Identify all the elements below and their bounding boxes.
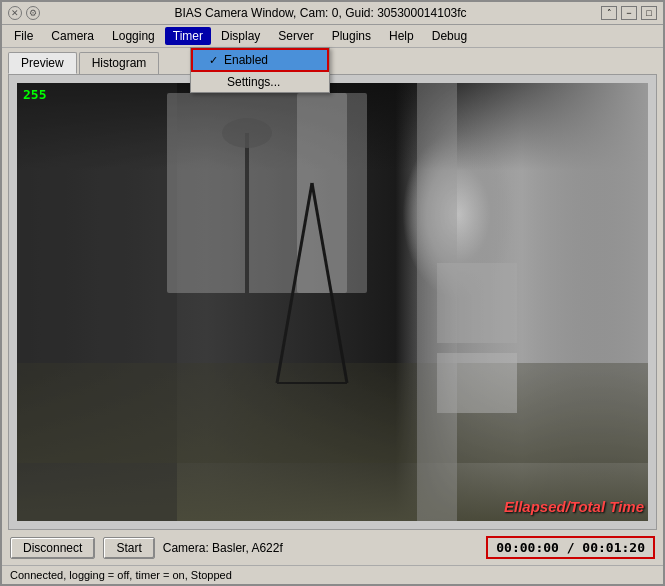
menu-help[interactable]: Help (381, 27, 422, 45)
svg-rect-2 (297, 93, 367, 293)
menu-logging[interactable]: Logging (104, 27, 163, 45)
menu-display[interactable]: Display (213, 27, 268, 45)
menu-debug[interactable]: Debug (424, 27, 475, 45)
status-bar: Connected, logging = off, timer = on, St… (2, 565, 663, 584)
menu-camera[interactable]: Camera (43, 27, 102, 45)
content-area: 255 Ellapsed/Total Time (8, 74, 657, 530)
tabs-container: Preview Histogram (2, 48, 663, 74)
tab-preview[interactable]: Preview (8, 52, 77, 74)
timer-enabled-item[interactable]: ✓ Enabled (191, 48, 329, 72)
timer-settings-item[interactable]: Settings... (191, 72, 329, 92)
svg-rect-3 (17, 363, 648, 463)
scroll-up-button[interactable]: ˄ (601, 6, 617, 20)
timer-settings-label: Settings... (227, 75, 280, 89)
svg-point-11 (222, 118, 272, 148)
camera-info: Camera: Basler, A622f (163, 541, 479, 555)
elapsed-time-label: Ellapsed/Total Time (504, 498, 644, 515)
main-window: ✕ ⚙ BIAS Camera Window, Cam: 0, Guid: 30… (0, 0, 665, 586)
start-button[interactable]: Start (103, 537, 154, 559)
menu-file[interactable]: File (6, 27, 41, 45)
menu-server[interactable]: Server (270, 27, 321, 45)
timer-dropdown: ✓ Enabled Settings... (190, 47, 330, 93)
tab-histogram[interactable]: Histogram (79, 52, 160, 74)
menu-plugins[interactable]: Plugins (324, 27, 379, 45)
svg-rect-8 (437, 263, 517, 343)
svg-rect-9 (437, 353, 517, 413)
timer-enabled-label: Enabled (224, 53, 268, 67)
window-title: BIAS Camera Window, Cam: 0, Guid: 305300… (46, 6, 595, 20)
title-bar-controls: ✕ ⚙ (8, 6, 40, 20)
maximize-button[interactable]: □ (641, 6, 657, 20)
title-bar: ✕ ⚙ BIAS Camera Window, Cam: 0, Guid: 30… (2, 2, 663, 25)
menu-bar: File Camera Logging Timer Display Server… (2, 25, 663, 48)
settings-icon[interactable]: ⚙ (26, 6, 40, 20)
enabled-checkmark: ✓ (209, 54, 218, 67)
status-text: Connected, logging = off, timer = on, St… (10, 569, 232, 581)
menu-timer[interactable]: Timer (165, 27, 211, 45)
camera-preview: 255 Ellapsed/Total Time (17, 83, 648, 521)
bottom-controls: Disconnect Start Camera: Basler, A622f 0… (2, 530, 663, 565)
minimize-button[interactable]: − (621, 6, 637, 20)
time-display: 00:00:00 / 00:01:20 (486, 536, 655, 559)
preview-value: 255 (23, 87, 46, 102)
scene-svg (17, 83, 648, 521)
close-button[interactable]: ✕ (8, 6, 22, 20)
disconnect-button[interactable]: Disconnect (10, 537, 95, 559)
window-controls: ˄ − □ (601, 6, 657, 20)
